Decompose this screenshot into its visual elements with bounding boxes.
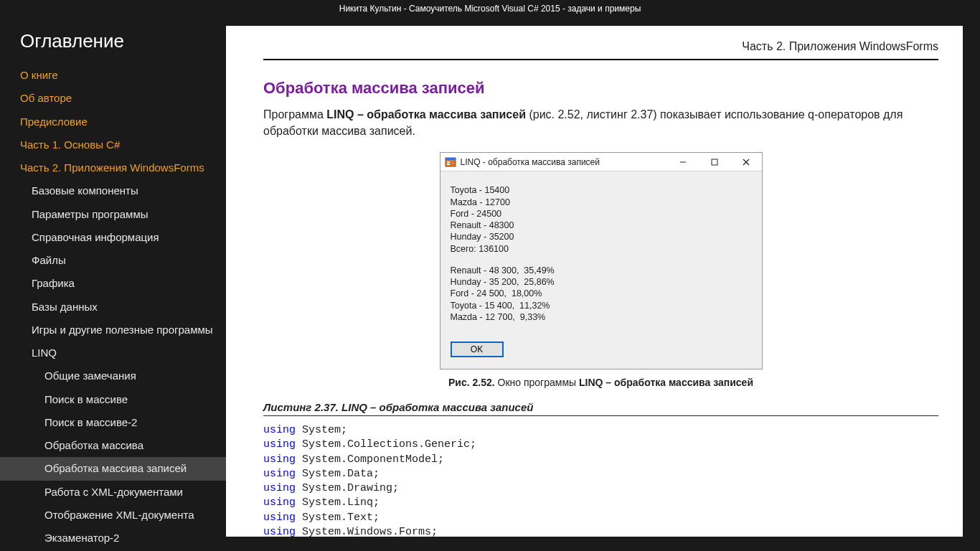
toc-item-about-author[interactable]: Об авторе [0, 87, 226, 110]
body-split: Оглавление О книге Об авторе Предисловие… [0, 17, 980, 551]
sidebar: Оглавление О книге Об авторе Предисловие… [0, 17, 226, 551]
caption-bold2: LINQ – обработка массива записей [579, 377, 753, 388]
toc-item-part2[interactable]: Часть 2. Приложения WindowsForms [0, 156, 226, 179]
close-icon[interactable] [730, 153, 762, 171]
figure-ok-wrap: OK [451, 342, 752, 357]
toc-item-about-book[interactable]: О книге [0, 64, 226, 87]
listing-title: Листинг 2.37. LINQ – обработка массива з… [263, 401, 938, 416]
toc-linq-records[interactable]: Обработка массива записей [0, 457, 226, 480]
maximize-icon[interactable] [699, 153, 730, 171]
toc-sub-files[interactable]: Файлы [0, 249, 226, 272]
svg-rect-2 [447, 161, 450, 163]
content-wrap: Часть 2. Приложения WindowsForms Обработ… [226, 17, 980, 551]
window-title: Никита Культин - Самоучитель Microsoft V… [339, 4, 641, 14]
figure-window-titlebar: LINQ - обработка массива записей [440, 153, 762, 171]
figure: LINQ - обработка массива записей [263, 152, 938, 388]
svg-rect-1 [446, 158, 456, 160]
minimize-icon[interactable] [667, 153, 699, 171]
toc-sub-graphics[interactable]: Графика [0, 272, 226, 295]
sidebar-title: Оглавление [0, 30, 226, 64]
toc-item-preface[interactable]: Предисловие [0, 110, 226, 133]
intro-prefix: Программа [263, 108, 326, 121]
page-heading: Обработка массива записей [263, 79, 938, 98]
toc-linq-general[interactable]: Общие замечания [0, 364, 226, 387]
figure-window-buttons [667, 153, 762, 171]
toc-linq-examiner2[interactable]: Экзаменатор-2 [0, 527, 226, 550]
figure-caption: Рис. 2.52. Окно программы LINQ – обработ… [448, 377, 753, 388]
toc-sub-program-params[interactable]: Параметры программы [0, 203, 226, 226]
breadcrumb: Часть 2. Приложения WindowsForms [263, 39, 938, 59]
intro-paragraph: Программа LINQ – обработка массива запис… [263, 106, 938, 139]
figure-output-1: Toyota - 15400 Mazda - 12700 Ford - 2450… [451, 184, 752, 255]
toc-item-part1[interactable]: Часть 1. Основы C# [0, 133, 226, 156]
toc-linq-search1[interactable]: Поиск в массиве [0, 388, 226, 411]
window-titlebar: Никита Культин - Самоучитель Microsoft V… [0, 0, 980, 17]
toc-linq-search2[interactable]: Поиск в массиве-2 [0, 411, 226, 434]
breadcrumb-divider [263, 59, 938, 60]
form-icon [445, 156, 456, 168]
toc: О книге Об авторе Предисловие Часть 1. О… [0, 64, 226, 551]
toc-sub-games[interactable]: Игры и другие полезные программы [0, 319, 226, 342]
figure-output-2: Renault - 48 300, 35,49% Hunday - 35 200… [451, 265, 752, 323]
app-root: Никита Культин - Самоучитель Microsoft V… [0, 0, 980, 551]
toc-linq-xml-display[interactable]: Отображение XML-документа [0, 504, 226, 527]
svg-rect-5 [712, 159, 717, 165]
toc-sub-databases[interactable]: Базы данных [0, 296, 226, 319]
figure-window-body: Toyota - 15400 Mazda - 12700 Ford - 2450… [440, 171, 762, 369]
figure-window: LINQ - обработка массива записей [440, 152, 763, 369]
figure-window-title: LINQ - обработка массива записей [461, 157, 667, 167]
code-listing: using System; using System.Collections.G… [263, 423, 938, 537]
caption-mid: Окно программы [495, 377, 579, 388]
spacer [451, 255, 752, 265]
caption-prefix: Рис. 2.52. [448, 377, 495, 388]
page-inner: Часть 2. Приложения WindowsForms Обработ… [226, 26, 963, 537]
page[interactable]: Часть 2. Приложения WindowsForms Обработ… [226, 26, 963, 537]
toc-linq-array[interactable]: Обработка массива [0, 434, 226, 457]
toc-sub-reference-info[interactable]: Справочная информация [0, 226, 226, 249]
toc-linq-xml-work[interactable]: Работа с XML-документами [0, 481, 226, 504]
svg-rect-3 [447, 164, 450, 165]
intro-bold: LINQ – обработка массива записей [326, 108, 526, 121]
toc-sub-linq[interactable]: LINQ [0, 342, 226, 364]
toc-sub-base-components[interactable]: Базовые компоненты [0, 179, 226, 202]
ok-button[interactable]: OK [451, 342, 504, 357]
